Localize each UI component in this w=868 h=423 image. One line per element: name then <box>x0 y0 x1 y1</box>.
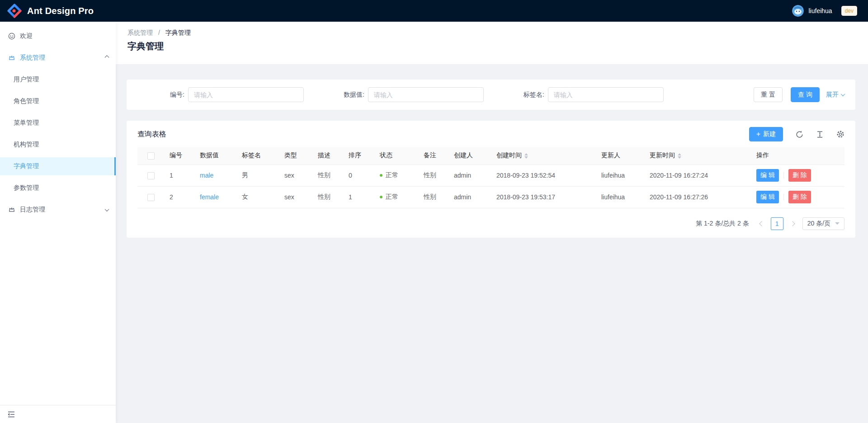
cell-create-time: 2018-09-23 19:53:17 <box>491 186 596 208</box>
crown-icon <box>8 54 15 61</box>
cell-desc: 性别 <box>313 164 344 186</box>
column-header-operation: 操作 <box>751 147 844 164</box>
sidebar-item-param-mgmt[interactable]: 参数管理 <box>0 179 116 197</box>
ant-design-logo-icon <box>7 4 22 18</box>
pagination-total: 第 1-2 条/总共 2 条 <box>696 220 749 228</box>
status-badge: 正常 <box>380 171 414 179</box>
search-field-tag: 标签名: <box>524 87 664 102</box>
sidebar-item-label: 日志管理 <box>20 206 105 214</box>
column-header-update-time[interactable]: 更新时间 <box>645 147 751 164</box>
cell-update-time: 2020-11-09 16:27:26 <box>645 186 751 208</box>
new-button[interactable]: + 新建 <box>749 127 783 141</box>
app-header: Ant Design Pro liufeihua dev <box>0 0 868 22</box>
status-badge: 正常 <box>380 193 414 201</box>
sidebar-item-label: 欢迎 <box>20 32 108 40</box>
edit-button[interactable]: 编 辑 <box>756 191 779 203</box>
select-all-checkbox[interactable] <box>147 152 155 160</box>
column-height-icon[interactable] <box>816 131 824 138</box>
cell-id: 1 <box>165 164 195 186</box>
row-checkbox[interactable] <box>147 194 155 201</box>
page-title: 字典管理 <box>127 40 856 52</box>
user-menu[interactable]: liufeihua dev <box>792 5 857 17</box>
sidebar-item-log-mgmt[interactable]: 日志管理 <box>0 201 116 219</box>
next-page-button[interactable] <box>786 217 799 230</box>
table-row: 1 male 男 sex 性别 0 正常 性别 admin 2018-09-23… <box>137 164 844 186</box>
cell-update-time: 2020-11-09 16:27:24 <box>645 164 751 186</box>
page-size-value: 20 条/页 <box>807 220 830 228</box>
row-checkbox[interactable] <box>147 172 155 179</box>
id-input[interactable] <box>188 87 304 102</box>
sidebar: 欢迎 系统管理 用户管理 角色管理 菜单管理 机构管理 字典管理 参数管理 <box>0 22 116 423</box>
button-divider <box>783 172 784 179</box>
pagination: 第 1-2 条/总共 2 条 1 20 条/页 <box>137 217 844 230</box>
sidebar-item-label: 参数管理 <box>14 184 108 192</box>
sidebar-item-dict-mgmt[interactable]: 字典管理 <box>0 157 116 175</box>
sidebar-item-org-mgmt[interactable]: 机构管理 <box>0 136 116 154</box>
new-button-label: 新建 <box>763 130 776 138</box>
cell-creator: admin <box>449 186 491 208</box>
main-content: 系统管理 / 字典管理 字典管理 编号: 数据值: 标签名: 重 置 查 询 展… <box>116 0 868 238</box>
tag-name-input[interactable] <box>548 87 664 102</box>
table-card: 查询表格 + 新建 <box>127 121 855 238</box>
data-value-input[interactable] <box>368 87 484 102</box>
button-divider <box>783 194 784 200</box>
table-row: 2 female 女 sex 性别 1 正常 性别 admin 2018-09-… <box>137 186 844 208</box>
cell-tag: 女 <box>237 186 279 208</box>
query-button[interactable]: 查 询 <box>791 87 820 102</box>
column-header-desc: 描述 <box>313 147 344 164</box>
sidebar-item-label: 系统管理 <box>20 54 105 62</box>
chevron-down-icon <box>841 92 845 96</box>
sidebar-item-system-mgmt[interactable]: 系统管理 <box>0 49 116 67</box>
search-field-value: 数据值: <box>344 87 484 102</box>
cell-updater: liufeihua <box>596 186 645 208</box>
cell-desc: 性别 <box>313 186 344 208</box>
menu-fold-icon[interactable] <box>7 410 15 418</box>
logo-area[interactable]: Ant Design Pro <box>7 4 94 18</box>
status-dot-icon <box>380 196 382 198</box>
search-form-card: 编号: 数据值: 标签名: 重 置 查 询 展开 <box>127 80 855 110</box>
cell-updater: liufeihua <box>596 164 645 186</box>
table-toolbar: + 新建 <box>749 127 844 141</box>
field-label: 标签名: <box>524 91 544 99</box>
refresh-icon[interactable] <box>796 131 803 138</box>
column-header-create-time[interactable]: 创建时间 <box>491 147 596 164</box>
delete-button[interactable]: 删 除 <box>788 169 811 182</box>
column-header-tag: 标签名 <box>237 147 279 164</box>
sidebar-menu: 欢迎 系统管理 用户管理 角色管理 菜单管理 机构管理 字典管理 参数管理 <box>0 22 116 405</box>
form-actions: 重 置 查 询 展开 <box>754 87 844 102</box>
cell-id: 2 <box>165 186 195 208</box>
field-label: 数据值: <box>344 91 364 99</box>
cell-sort: 1 <box>344 186 375 208</box>
chevron-up-icon <box>105 55 109 60</box>
expand-link[interactable]: 展开 <box>826 91 844 99</box>
sidebar-footer <box>0 405 116 423</box>
cell-sort: 0 <box>344 164 375 186</box>
sidebar-item-welcome[interactable]: 欢迎 <box>0 27 116 45</box>
sidebar-item-label: 角色管理 <box>14 97 108 105</box>
sort-carets-icon[interactable] <box>524 153 528 159</box>
page-size-select[interactable]: 20 条/页 <box>802 217 844 230</box>
edit-button[interactable]: 编 辑 <box>756 169 779 182</box>
table-header-row: 编号 数据值 标签名 类型 描述 排序 状态 备注 创建人 创建时间 更新人 更… <box>137 147 844 164</box>
sidebar-item-user-mgmt[interactable]: 用户管理 <box>0 70 116 89</box>
cell-value-link[interactable]: female <box>200 193 219 201</box>
reset-button[interactable]: 重 置 <box>754 87 783 102</box>
cell-remark: 性别 <box>419 186 449 208</box>
sidebar-item-role-mgmt[interactable]: 角色管理 <box>0 92 116 110</box>
column-header-status: 状态 <box>375 147 419 164</box>
delete-button[interactable]: 删 除 <box>788 191 811 203</box>
page-number-button[interactable]: 1 <box>771 217 783 230</box>
prev-page-button[interactable] <box>755 217 768 230</box>
page-header: 系统管理 / 字典管理 字典管理 <box>116 22 868 64</box>
sidebar-item-menu-mgmt[interactable]: 菜单管理 <box>0 114 116 132</box>
gear-icon[interactable] <box>836 130 844 138</box>
cell-create-time: 2018-09-23 19:52:54 <box>491 164 596 186</box>
sidebar-item-label: 菜单管理 <box>14 119 108 127</box>
cell-value-link[interactable]: male <box>200 172 213 179</box>
breadcrumb-parent[interactable]: 系统管理 <box>127 29 153 36</box>
username: liufeihua <box>808 7 832 14</box>
cell-creator: admin <box>449 164 491 186</box>
sort-carets-icon[interactable] <box>678 153 681 159</box>
status-dot-icon <box>380 174 382 177</box>
column-header-type: 类型 <box>279 147 313 164</box>
